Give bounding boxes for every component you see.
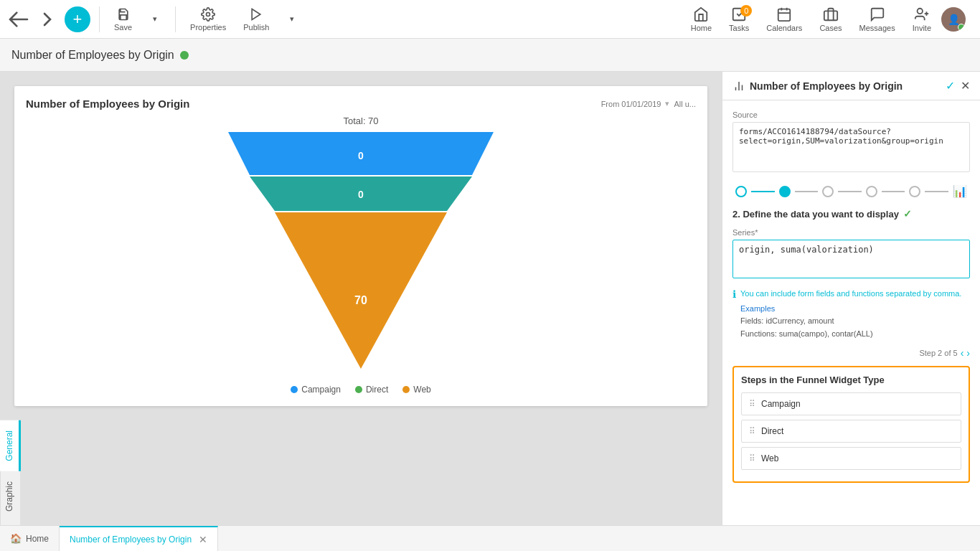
step-line-4 [882, 191, 905, 192]
chart-date: From 01/01/2019 [601, 100, 661, 108]
functions-hint: Functions: suma(campo), contar(ALL) [740, 329, 873, 338]
legend-label-direct: Direct [366, 385, 388, 395]
examples-link[interactable]: Examples [740, 304, 775, 313]
funnel-step-campaign[interactable]: ⠿ Campaign [741, 392, 961, 415]
svg-text:0: 0 [358, 150, 364, 161]
save-button[interactable]: Save [108, 4, 138, 34]
forward-icon[interactable] [36, 8, 59, 31]
nav-home[interactable]: Home [684, 4, 719, 35]
next-step-btn[interactable]: › [966, 347, 970, 359]
step-title: 2. Define the data you want to display ✓ [732, 208, 970, 220]
panel-check-btn[interactable]: ✓ [946, 79, 955, 93]
chart-users: All u... [674, 100, 696, 108]
info-icon: ℹ [732, 288, 736, 340]
chart-inner: Number of Employees by Origin From 01/01… [14, 86, 707, 406]
step-2[interactable] [779, 186, 791, 197]
chart-area: Number of Employees by Origin From 01/01… [0, 72, 722, 525]
legend-dot-campaign [291, 386, 298, 393]
right-panel: Number of Employees by Origin ✓ ✕ Source [722, 72, 980, 525]
tab-graphic[interactable]: Graphic [0, 471, 21, 522]
date-dropdown[interactable]: ▾ [665, 99, 669, 108]
step-nav-text: Step 2 of 5 [919, 349, 957, 357]
chart-title: Number of Employees by Origin [26, 98, 189, 110]
tab-close-btn[interactable]: ✕ [199, 534, 207, 545]
back-icon[interactable] [7, 8, 30, 31]
step-checkmark: ✓ [903, 208, 912, 220]
series-textarea[interactable] [732, 240, 970, 278]
home-label: Home [691, 24, 712, 32]
tab-employees[interactable]: Number of Employees by Origin ✕ [60, 526, 218, 552]
top-nav: Home Tasks 0 Calendars Cases [684, 4, 973, 35]
step-3[interactable] [822, 186, 834, 197]
hint-content: You can include form fields and function… [740, 288, 961, 340]
funnel-steps-box: Steps in the Funnel Widget Type ⠿ Campai… [732, 366, 970, 483]
panel-header-actions: ✓ ✕ [946, 79, 970, 93]
save-dropdown-icon[interactable]: ▾ [143, 8, 166, 31]
source-textarea[interactable] [732, 122, 970, 172]
drag-handle-campaign: ⠿ [749, 399, 755, 409]
legend-label-campaign: Campaign [301, 385, 341, 395]
divider [99, 6, 100, 32]
online-status [958, 24, 965, 31]
hint-box: ℹ You can include form fields and functi… [732, 288, 970, 340]
svg-rect-6 [824, 11, 837, 20]
prev-step-btn[interactable]: ‹ [961, 347, 964, 359]
nav-calendars[interactable]: Calendars [759, 4, 809, 35]
nav-messages[interactable]: Messages [852, 4, 903, 35]
chart-header: Number of Employees by Origin From 01/01… [26, 98, 696, 110]
panel-close-btn[interactable]: ✕ [961, 79, 970, 93]
chart-type-icon: 📊 [953, 184, 967, 198]
panel-title-text: Number of Employees by Origin [750, 80, 903, 92]
calendars-label: Calendars [766, 24, 802, 32]
step-1[interactable] [735, 186, 747, 197]
step-line-1 [751, 191, 775, 192]
side-tabs: General Graphic Source [0, 420, 20, 525]
legend-direct: Direct [355, 385, 388, 395]
divider2 [175, 6, 176, 32]
chart-total: Total: 70 [26, 116, 696, 126]
svg-point-0 [207, 12, 210, 16]
funnel-step-label-web: Web [761, 453, 778, 463]
publish-dropdown-icon[interactable]: ▾ [281, 8, 303, 31]
panel-title: Number of Employees by Origin [732, 80, 903, 93]
add-button[interactable]: + [65, 6, 90, 32]
chart-icon [732, 80, 745, 93]
main-area: Number of Employees by Origin From 01/01… [0, 72, 980, 525]
page-title-bar: Number of Employees by Origin [0, 39, 980, 72]
step-line-5 [925, 191, 948, 192]
status-indicator [180, 51, 189, 60]
svg-marker-12 [275, 212, 447, 369]
avatar[interactable]: 👤 [941, 7, 966, 32]
funnel-step-web[interactable]: ⠿ Web [741, 447, 961, 470]
legend-campaign: Campaign [291, 385, 341, 395]
publish-button[interactable]: Publish [237, 4, 275, 34]
nav-cases[interactable]: Cases [812, 4, 849, 35]
publish-label: Publish [243, 23, 269, 32]
funnel-step-direct[interactable]: ⠿ Direct [741, 420, 961, 443]
tab-source[interactable]: Source [0, 522, 21, 525]
series-label: Series* [732, 228, 970, 237]
legend-dot-web [402, 386, 410, 393]
funnel-step-label-campaign: Campaign [761, 399, 801, 409]
nav-invite[interactable]: Invite [905, 4, 938, 35]
panel-scroll[interactable]: Source 📊 2. Define the data you want to … [722, 100, 980, 525]
properties-label: Properties [190, 23, 226, 32]
step-line-3 [838, 191, 862, 192]
tab-home[interactable]: 🏠 Home [0, 526, 60, 552]
step-4[interactable] [866, 186, 877, 197]
svg-point-7 [917, 8, 922, 13]
funnel-container: 0 0 70 [26, 132, 696, 376]
drag-handle-web: ⠿ [749, 453, 755, 463]
wizard-steps: 📊 [732, 184, 970, 198]
nav-tasks[interactable]: Tasks 0 [722, 4, 756, 35]
legend-dot-direct [355, 386, 362, 393]
panel-header: Number of Employees by Origin ✓ ✕ [722, 72, 980, 100]
invite-label: Invite [913, 24, 931, 32]
properties-button[interactable]: Properties [184, 4, 232, 34]
legend-web: Web [402, 385, 430, 395]
step-5[interactable] [909, 186, 920, 197]
tab-general[interactable]: General [0, 420, 21, 471]
hint-examples: Examples Fields: idCurrency, amount Func… [740, 303, 961, 341]
fields-hint: Fields: idCurrency, amount [740, 316, 834, 325]
funnel-steps-title: Steps in the Funnel Widget Type [741, 375, 961, 385]
